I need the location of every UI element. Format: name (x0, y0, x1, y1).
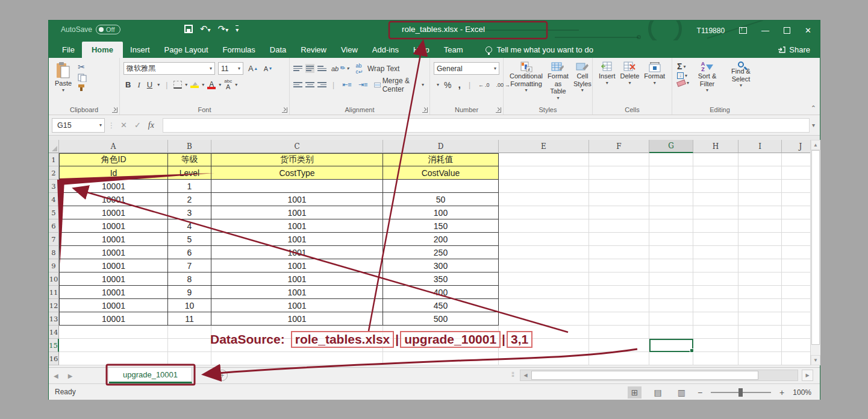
cell-C7[interactable]: 1001 (211, 233, 383, 246)
cell-G8[interactable] (649, 246, 693, 259)
menu-tab-insert[interactable]: Insert (123, 42, 157, 58)
cell-D6[interactable]: 150 (383, 219, 499, 233)
cell-H15[interactable] (693, 339, 738, 352)
cell-J6[interactable] (782, 219, 810, 233)
cell-G16[interactable] (649, 352, 693, 365)
cell-J8[interactable] (782, 246, 810, 259)
underline-dropdown[interactable]: ▾ (157, 82, 160, 87)
increase-indent-button[interactable]: ⇥≡ (357, 80, 370, 89)
cell-B16[interactable] (168, 352, 211, 365)
cell-H16[interactable] (693, 352, 738, 365)
column-header-A[interactable]: A (59, 140, 168, 153)
cell-A9[interactable]: 10001 (59, 259, 168, 273)
number-format-select[interactable]: General▾ (434, 62, 499, 75)
cell-C11[interactable]: 1001 (211, 286, 383, 299)
cell-A16[interactable] (59, 352, 168, 365)
phonetic-guide-button[interactable]: abcA (224, 79, 232, 90)
cell-H1[interactable] (693, 153, 738, 166)
autosave-pill[interactable]: Off (96, 25, 120, 34)
vertical-scrollbar[interactable]: ▲ ▼ (810, 140, 820, 365)
cell-C10[interactable]: 1001 (211, 273, 383, 286)
cell-C1[interactable]: 货币类别 (211, 153, 383, 166)
menu-tab-add-ins[interactable]: Add-ins (365, 42, 406, 58)
align-right-button[interactable] (317, 81, 326, 89)
grow-font-button[interactable]: A▴ (246, 63, 259, 74)
paste-dropdown[interactable]: ▾ (62, 87, 64, 93)
menu-tab-view[interactable]: View (334, 42, 365, 58)
enter-icon[interactable]: ✓ (134, 121, 141, 130)
cell-B15[interactable] (168, 339, 211, 352)
number-dialog-launcher[interactable] (496, 107, 501, 113)
cell-I5[interactable] (738, 206, 782, 219)
cell-G2[interactable] (649, 166, 693, 180)
cell-A7[interactable]: 10001 (59, 233, 168, 246)
column-header-B[interactable]: B (168, 140, 211, 153)
conditional-formatting-button[interactable]: ≠ Conditional Formatting▾ (507, 60, 545, 102)
cell-B9[interactable]: 7 (168, 259, 211, 273)
cell-E13[interactable] (499, 312, 589, 326)
cell-styles-button[interactable]: Cell Styles▾ (571, 60, 594, 102)
row-header-7[interactable]: 7 (49, 233, 59, 246)
cell-E8[interactable] (499, 246, 589, 259)
italic-button[interactable]: I (136, 80, 142, 90)
cell-F9[interactable] (589, 259, 649, 273)
cell-J13[interactable] (782, 312, 810, 326)
menu-tab-team[interactable]: Team (437, 42, 470, 58)
cell-F16[interactable] (589, 352, 649, 365)
select-all-corner[interactable] (49, 140, 59, 153)
cell-B1[interactable]: 等级 (168, 153, 211, 166)
cell-F12[interactable] (589, 299, 649, 312)
cell-G10[interactable] (649, 273, 693, 286)
row-header-6[interactable]: 6 (49, 219, 59, 233)
cell-I11[interactable] (738, 286, 782, 299)
paste-button[interactable]: Paste ▾ (52, 60, 74, 94)
ribbon-display-options-icon[interactable] (739, 27, 747, 34)
row-header-12[interactable]: 12 (49, 299, 59, 312)
cell-G11[interactable] (649, 286, 693, 299)
cell-G4[interactable] (649, 193, 693, 206)
cell-D3[interactable] (383, 180, 499, 193)
cell-D16[interactable] (383, 352, 499, 365)
find-select-button[interactable]: Find & Select▾ (724, 60, 758, 94)
row-header-11[interactable]: 11 (49, 286, 59, 299)
sort-filter-button[interactable]: AZ Sort & Filter▾ (690, 60, 724, 94)
scroll-left-icon[interactable]: ◀ (520, 370, 531, 380)
zoom-slider[interactable] (711, 392, 771, 393)
zoom-in-icon[interactable]: + (779, 388, 784, 397)
cell-H8[interactable] (693, 246, 738, 259)
cell-B8[interactable]: 6 (168, 246, 211, 259)
cell-A14[interactable] (59, 326, 168, 339)
vertical-scrollbar-thumb[interactable] (811, 150, 820, 345)
cell-D7[interactable]: 200 (383, 233, 499, 246)
cell-B5[interactable]: 3 (168, 206, 211, 219)
cell-B11[interactable]: 9 (168, 286, 211, 299)
cell-I16[interactable] (738, 352, 782, 365)
cell-E2[interactable] (499, 166, 589, 180)
autosum-button[interactable]: Σ▾ (676, 61, 690, 71)
tell-me-box[interactable]: Tell me what you want to do (486, 45, 593, 58)
borders-button[interactable] (173, 81, 182, 89)
wrap-text-button[interactable]: abc↵ Wrap Text (354, 62, 401, 75)
cell-E16[interactable] (499, 352, 589, 365)
menu-tab-help[interactable]: Help (406, 42, 437, 58)
cell-E3[interactable] (499, 180, 589, 193)
cell-G14[interactable] (649, 326, 693, 339)
bold-button[interactable]: B (123, 80, 133, 90)
cell-I13[interactable] (738, 312, 782, 326)
percent-style-button[interactable]: % (442, 80, 453, 90)
cell-J14[interactable] (782, 326, 810, 339)
cell-E6[interactable] (499, 219, 589, 233)
cell-E11[interactable] (499, 286, 589, 299)
cell-J7[interactable] (782, 233, 810, 246)
format-cells-button[interactable]: Format▾ (642, 60, 667, 87)
cell-D2[interactable]: CostValue (383, 166, 499, 180)
cell-H9[interactable] (693, 259, 738, 273)
column-header-I[interactable]: I (738, 140, 782, 153)
cell-C16[interactable] (211, 352, 383, 365)
cell-A10[interactable]: 10001 (59, 273, 168, 286)
cell-A6[interactable]: 10001 (59, 219, 168, 233)
row-header-3[interactable]: 3 (49, 180, 59, 193)
cell-A5[interactable]: 10001 (59, 206, 168, 219)
menu-tab-home[interactable]: Home (82, 42, 123, 58)
font-color-dropdown[interactable]: ▾ (219, 82, 221, 87)
